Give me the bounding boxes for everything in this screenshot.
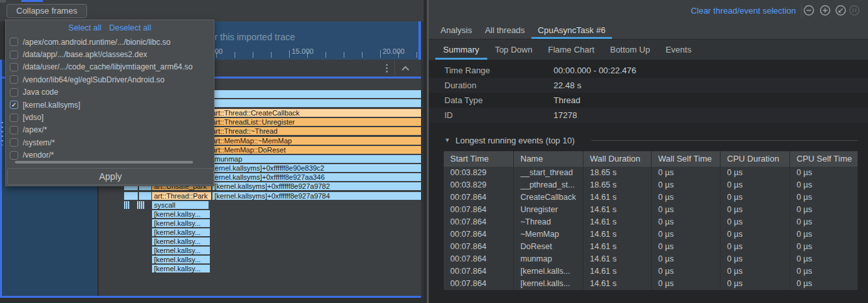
summary-value: 22.48 s: [554, 78, 581, 93]
table-row[interactable]: 00:03.829__start_thread18.65 s0 µs0 µs0 …: [444, 167, 858, 179]
flame-bar[interactable]: art::Thread::Park: [152, 192, 211, 200]
column-header[interactable]: Wall Self Time: [651, 151, 720, 167]
column-header[interactable]: Start Time: [444, 151, 513, 167]
zoom-in-icon[interactable]: [819, 5, 831, 16]
table-row[interactable]: 00:07.864CreateCallback14.61 s0 µs0 µs0 …: [444, 191, 858, 204]
table-row[interactable]: 00:07.864Unregister14.61 s0 µs0 µs0 µs: [444, 204, 858, 216]
flame-bar[interactable]: [kernel.kallsy...: [152, 265, 210, 273]
table-cell: 0 µs: [720, 265, 789, 278]
flame-bar-label: [kernel.kallsyms]+0xffffff8e90e839c2: [209, 164, 324, 172]
subtab-events[interactable]: Events: [657, 40, 699, 60]
flame-bar[interactable]: syscall: [152, 201, 209, 209]
table-cell: 14.61 s: [583, 204, 651, 216]
checkbox-icon[interactable]: [10, 114, 18, 122]
table-row[interactable]: 00:07.864munmap14.61 s0 µs0 µs0 µs: [444, 253, 858, 265]
tab-cpuasynctask[interactable]: CpuAsyncTask #6: [531, 21, 612, 39]
flame-bar[interactable]: [128, 201, 129, 209]
checkbox-icon[interactable]: [10, 51, 18, 59]
tab-all-threads[interactable]: All threads: [478, 21, 531, 39]
table-cell: 0 µs: [789, 265, 858, 278]
module-filter-item[interactable]: /apex/*: [6, 124, 214, 136]
flame-bar[interactable]: [124, 192, 138, 200]
flame-bar[interactable]: [137, 201, 138, 209]
checkbox-icon[interactable]: [10, 75, 18, 84]
checkbox-icon[interactable]: [10, 126, 18, 134]
flame-bar[interactable]: [139, 201, 140, 209]
track-drag-handle[interactable]: [1, 122, 3, 145]
checkbox-icon[interactable]: [10, 151, 18, 160]
apply-button[interactable]: Apply: [7, 168, 214, 185]
summary-label: Time Range: [429, 63, 554, 78]
select-all-link[interactable]: Select all: [68, 23, 101, 32]
table-row[interactable]: 00:07.864DoReset14.61 s0 µs0 µs0 µs: [444, 241, 858, 253]
table-cell: 0 µs: [651, 241, 720, 253]
flame-bar[interactable]: [kernel.kallsyms]+0xffffff8e927a9782: [212, 182, 421, 190]
module-filter-item[interactable]: /apex/com.android.runtime/.../bionic/lib…: [6, 36, 214, 48]
checkbox-icon[interactable]: [10, 63, 18, 71]
table-cell: 0 µs: [651, 278, 720, 290]
flame-bar[interactable]: [kernel.kallsyms]+0xffffff8e927a9784: [212, 192, 421, 200]
table-row[interactable]: 00:03.829__pthread_st...18.65 s0 µs0 µs0…: [444, 179, 858, 191]
column-header[interactable]: Wall Duration: [583, 151, 651, 167]
module-filter-item[interactable]: /data/user/.../code_cache/libjvmtiagent_…: [6, 61, 214, 73]
ruler-tick: [271, 52, 272, 58]
checkbox-icon[interactable]: [10, 138, 18, 147]
horizontal-scrollbar[interactable]: [15, 161, 193, 164]
flame-bar[interactable]: [124, 201, 125, 209]
clear-selection-link[interactable]: Clear thread/event selection: [691, 6, 796, 16]
module-filter-item[interactable]: /system/*: [6, 136, 214, 149]
flame-bar[interactable]: [141, 201, 142, 209]
subtab-bottom-up[interactable]: Bottom Up: [602, 40, 657, 60]
flame-bar[interactable]: [kernel.kallsy...: [152, 256, 210, 263]
kebab-menu-icon[interactable]: ⋮: [382, 62, 392, 74]
checkbox-checked-icon[interactable]: ✓: [10, 101, 18, 109]
module-filter-item[interactable]: Java code: [6, 86, 214, 99]
ruler-label: 15.000: [292, 47, 314, 55]
checkbox-icon[interactable]: [10, 38, 18, 46]
flame-bar-label: art::Thread::CreateCallback: [212, 109, 300, 117]
module-filter-list: /apex/com.android.runtime/.../bionic/lib…: [6, 36, 214, 162]
summary-row: Duration22.48 s: [429, 78, 868, 93]
reset-zoom-icon[interactable]: [835, 5, 847, 16]
subtab-top-down[interactable]: Top Down: [487, 40, 541, 60]
module-filter-item[interactable]: /vendor/lib64/egl/eglSubDriverAndroid.so: [6, 73, 214, 86]
table-cell: 0 µs: [789, 253, 858, 265]
flame-bar[interactable]: [kernel.kallsy...: [152, 237, 210, 245]
ruler-major-tick: [289, 50, 290, 58]
column-header[interactable]: Name: [513, 151, 583, 167]
flame-bar[interactable]: [kernel.kallsy...: [152, 210, 210, 218]
window-edge-decoration: [0, 0, 6, 3]
flame-bar[interactable]: [kernel.kallsy...: [152, 247, 210, 254]
table-cell: 00:07.864: [444, 241, 513, 253]
subtab-summary[interactable]: Summary: [435, 40, 487, 60]
table-cell: 00:03.829: [444, 179, 513, 191]
table-row[interactable]: 00:07.864[kernel.kalls...14.61 s0 µs0 µs…: [444, 265, 858, 278]
flame-bar[interactable]: [kernel.kallsy...: [152, 219, 210, 227]
module-filter-item[interactable]: ✓[kernel.kallsyms]: [6, 99, 214, 111]
events-section-header[interactable]: ▼ Longest running events (top 10): [444, 134, 575, 147]
summary-list: Time Range00:00.000 - 00:22.476Duration2…: [429, 63, 868, 123]
table-row[interactable]: 00:07.864[kernel.kalls...14.61 s0 µs0 µs…: [444, 278, 858, 290]
zoom-out-icon[interactable]: [803, 5, 815, 16]
column-header[interactable]: CPU Duration: [720, 151, 789, 167]
table-row[interactable]: 00:07.864~MemMap14.61 s0 µs0 µs0 µs: [444, 228, 858, 241]
table-row[interactable]: 00:07.864~Thread14.61 s0 µs0 µs0 µs: [444, 216, 858, 228]
tab-analysis[interactable]: Analysis: [434, 21, 478, 39]
flame-bar[interactable]: [kernel.kallsy...: [152, 228, 210, 236]
table-cell: 0 µs: [789, 216, 858, 228]
module-filter-item[interactable]: /vendor/*: [6, 149, 214, 162]
subtab-flame-chart[interactable]: Flame Chart: [540, 40, 602, 60]
flame-bar[interactable]: [143, 201, 144, 209]
table-cell: Unregister: [513, 204, 583, 216]
deselect-all-link[interactable]: Deselect all: [109, 23, 151, 32]
table-cell: 00:07.864: [444, 228, 513, 241]
module-filter-item[interactable]: /data/app/.../base.apk!/classes2.dex: [6, 48, 214, 60]
module-filter-item[interactable]: [vdso]: [6, 111, 214, 123]
flame-bar[interactable]: [139, 192, 151, 200]
checkbox-icon[interactable]: [10, 88, 18, 97]
panel-splitter[interactable]: [424, 0, 429, 303]
collapse-frames-button[interactable]: Collapse frames: [6, 4, 87, 18]
flame-bar[interactable]: [126, 201, 127, 209]
collapse-chevron-up-icon[interactable]: [400, 65, 411, 71]
column-header[interactable]: CPU Self Time: [789, 151, 858, 167]
